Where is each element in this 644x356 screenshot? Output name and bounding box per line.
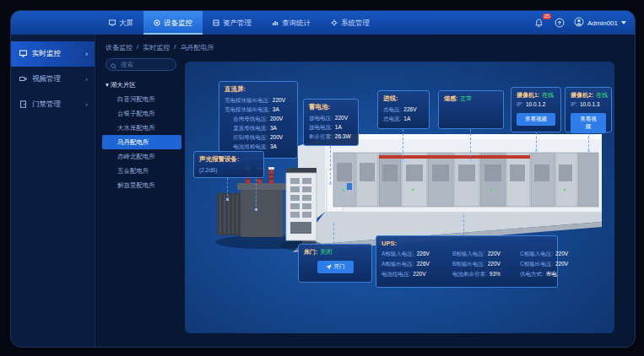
metric-value: 93% — [490, 269, 501, 278]
metric-label: 放电电流: — [309, 122, 333, 132]
notification-bell-icon[interactable]: 25 — [533, 17, 545, 29]
alarm-device-callout: 声光报警设备: (2.2dB) — [193, 151, 264, 178]
ups-callout: UPS: A相输入电压:226V B相输入电压:220V C相输入电压:220V… — [376, 235, 558, 288]
metric-label: B相输出电压: — [452, 259, 485, 268]
callout-title: 摄像机1: — [517, 91, 539, 100]
chevron-right-icon: › — [85, 100, 88, 109]
gear-icon — [331, 19, 338, 26]
top-navbar: 大屏 设备监控 资产管理 查询统计 系统管理 25 — [11, 11, 635, 35]
door-status: 关闭 — [320, 248, 332, 256]
smoke-status: 正常 — [460, 94, 472, 103]
username: Admin001 — [587, 19, 618, 27]
sidebar-item-realtime-monitoring[interactable]: 实时监控 › — [11, 41, 95, 67]
callout-title: 进线: — [383, 94, 424, 103]
metric-label: 充电模块输出电压: — [225, 95, 270, 105]
tree-item-station[interactable]: 台银子配电所 — [102, 106, 181, 121]
tab-asset-management[interactable]: 资产管理 — [203, 11, 262, 35]
sidebar: 实时监控 › 视频管理 › 门禁管理 › — [11, 35, 95, 347]
metric-label: 电池巡检电流: — [225, 142, 268, 151]
breadcrumb-item[interactable]: 实时监控 — [143, 43, 170, 52]
dc-screen-callout: 直流屏: 充电模块输出电压:220V 充电模块输出电流:3A 合闸母线电压:20… — [219, 81, 298, 159]
tab-dashboard[interactable]: 大屏 — [99, 11, 143, 35]
metric-value: 220V — [488, 259, 501, 268]
metric-label: 控制母线电压: — [225, 132, 268, 142]
callout-title: 摄像机2: — [571, 91, 593, 100]
leader-line — [588, 132, 589, 151]
metric-label: 直流母线电流: — [225, 123, 268, 132]
tree-item-station[interactable]: 五金配电所 — [102, 164, 181, 178]
tab-device-monitoring[interactable]: 设备监控 — [143, 11, 203, 35]
tab-query-statistics[interactable]: 查询统计 — [262, 11, 321, 35]
camera2-callout: 摄像机2:在线 IP:10.0.1.3 查看视频 — [565, 87, 612, 132]
tree-item-station-selected[interactable]: 乌丹配电所 — [102, 135, 181, 149]
door-callout: 库门:关闭 开门 — [298, 244, 372, 283]
callout-title: 蓄电池: — [309, 103, 353, 111]
tab-system-management[interactable]: 系统管理 — [321, 11, 380, 35]
nav-tabs: 大屏 设备监控 资产管理 查询统计 系统管理 — [99, 11, 380, 35]
user-menu[interactable]: Admin001 — [574, 17, 626, 29]
tree-item-label: 白音河配电所 — [117, 95, 155, 103]
tree-root-node[interactable]: ▾ 湖大片区 — [102, 78, 181, 92]
open-door-label: 开门 — [334, 263, 345, 271]
metric-label: 放电电压: — [309, 113, 333, 122]
door-icon — [19, 100, 27, 110]
tree-item-label: 解放里配电所 — [117, 181, 155, 189]
tree-item-station[interactable]: 解放里配电所 — [102, 178, 181, 192]
tree-search-input[interactable] — [119, 60, 171, 69]
metric-value: 26.3W — [335, 132, 351, 141]
callout-title: 直流屏: — [225, 85, 292, 94]
metric-label: 电池组电压: — [382, 269, 410, 278]
leader-line — [333, 224, 334, 244]
metric-label: 充电模块输出电流: — [225, 105, 270, 114]
metric-label: 电池剩余容量: — [452, 269, 487, 278]
view-video-button[interactable]: 查看视频 — [571, 113, 606, 133]
search-icon — [111, 57, 116, 73]
tree-search — [106, 58, 176, 71]
metric-label: 总电流: — [383, 114, 401, 123]
tree-item-label: 赤峰北配电所 — [117, 153, 155, 160]
tree-item-label: 台银子配电所 — [117, 110, 155, 117]
ip-label: IP: — [517, 100, 523, 109]
camera1-status: 在线 — [542, 91, 554, 100]
realtime-monitor-icon — [19, 50, 27, 59]
tree-item-station[interactable]: 赤峰北配电所 — [102, 149, 181, 164]
callout-title: 声光报警设备: — [199, 155, 258, 164]
avatar-icon — [574, 17, 584, 29]
metric-label: 供电方式: — [520, 269, 544, 278]
metric-value: 3A — [273, 105, 292, 114]
open-door-button[interactable]: 开门 — [317, 261, 354, 273]
metric-label: 剩余容量: — [309, 132, 333, 141]
tree-root-label: 湖大片区 — [111, 81, 136, 89]
metric-label: B相输入电压: — [452, 249, 485, 258]
tree-item-station[interactable]: 大水库配电所 — [102, 121, 181, 135]
metric-value: 220V — [488, 249, 501, 258]
tree-item-station[interactable]: 白音河配电所 — [102, 92, 181, 106]
view-video-button[interactable]: 查看视频 — [517, 113, 555, 126]
tab-label: 资产管理 — [223, 11, 252, 35]
camera1-callout: 摄像机1:在线 IP:10.0.1.2 查看视频 — [511, 87, 561, 132]
sidebar-item-label: 实时监控 — [32, 49, 61, 59]
ip-label: IP: — [571, 100, 577, 109]
monitor-icon — [154, 19, 160, 26]
smoke-sensor-callout: 烟感:正常 — [438, 90, 504, 129]
asset-icon — [213, 19, 219, 26]
metric-label: A相输出电压: — [382, 259, 414, 268]
sidebar-item-video-management[interactable]: 视频管理 › — [11, 67, 95, 92]
fullscreen-icon[interactable] — [554, 17, 566, 29]
nav-right-actions: 25 Admin001 — [533, 11, 626, 35]
camera1-ip: 10.0.1.2 — [526, 100, 546, 109]
station-tree: ▾ 湖大片区 白音河配电所 台银子配电所 大水库配电所 乌丹配电所 赤峰北配电所… — [102, 78, 181, 192]
tab-label: 大屏 — [119, 11, 133, 35]
metric-value: 200V — [270, 114, 292, 123]
tab-label: 设备监控 — [164, 11, 192, 35]
metric-value: 220V — [555, 259, 568, 268]
metric-value: 200V — [270, 132, 292, 142]
sidebar-item-access-control[interactable]: 门禁管理 › — [11, 92, 95, 117]
breadcrumb-item[interactable]: 乌丹配电所 — [180, 43, 214, 52]
chevron-right-icon: › — [85, 75, 88, 84]
metric-value: 市电 — [546, 269, 557, 278]
breadcrumb-item[interactable]: 设备监控 — [106, 43, 133, 52]
chevron-down-icon — [621, 21, 626, 24]
metric-value: 220V — [273, 95, 292, 105]
breadcrumb-separator: / — [174, 43, 176, 52]
